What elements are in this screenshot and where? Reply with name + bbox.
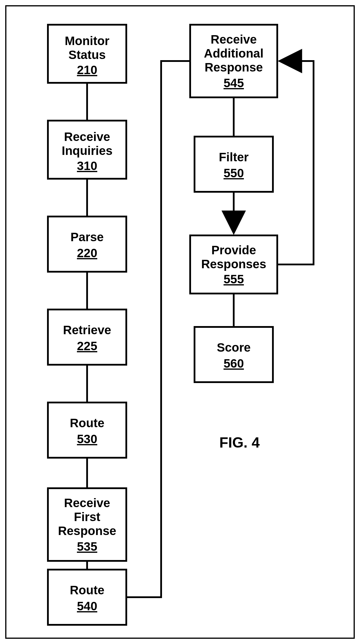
node-route-540: Route 540 xyxy=(48,570,126,625)
node-number: 220 xyxy=(77,246,97,260)
node-receive-additional-response: Receive Additional Response 545 xyxy=(190,25,277,97)
svg-rect-3 xyxy=(48,310,126,365)
svg-rect-4 xyxy=(48,403,126,458)
node-retrieve: Retrieve 225 xyxy=(48,310,126,365)
svg-rect-2 xyxy=(48,217,126,272)
svg-rect-6 xyxy=(48,570,126,625)
node-label: Retrieve xyxy=(63,323,111,337)
node-label: Route xyxy=(70,416,105,430)
node-number: 550 xyxy=(224,166,244,180)
svg-rect-10 xyxy=(195,327,273,382)
node-label: Additional xyxy=(204,46,263,60)
node-number: 210 xyxy=(77,63,97,77)
node-number: 225 xyxy=(77,339,97,353)
node-provide-responses: Provide Responses 555 xyxy=(190,235,277,294)
node-label: Response xyxy=(205,60,263,74)
node-label: Receive xyxy=(211,33,257,46)
node-label: Provide xyxy=(211,243,256,257)
node-parse: Parse 220 xyxy=(48,217,126,272)
node-number: 555 xyxy=(224,272,244,286)
node-receive-first-response: Receive First Response 535 xyxy=(48,488,126,561)
node-label: Route xyxy=(70,583,105,597)
flowchart-canvas: Monitor Status 210 Receive Inquiries 310… xyxy=(0,0,360,644)
node-label: Response xyxy=(58,524,116,538)
node-label: Receive xyxy=(64,130,110,144)
node-label: Responses xyxy=(201,257,266,271)
node-number: 545 xyxy=(224,76,244,90)
node-label: Score xyxy=(217,341,251,354)
edge-540-545 xyxy=(126,61,190,597)
node-number: 560 xyxy=(224,357,244,370)
edge-555-545-loop xyxy=(277,61,314,264)
node-number: 310 xyxy=(77,159,97,173)
svg-rect-8 xyxy=(195,137,273,192)
node-label: Monitor xyxy=(65,34,109,48)
node-label: First xyxy=(74,510,100,524)
node-number: 540 xyxy=(77,599,97,613)
node-receive-inquiries: Receive Inquiries 310 xyxy=(48,121,126,179)
figure-label: FIG. 4 xyxy=(219,434,260,451)
node-score: Score 560 xyxy=(195,327,273,382)
node-monitor-status: Monitor Status 210 xyxy=(48,25,126,83)
node-filter: Filter 550 xyxy=(195,137,273,192)
node-route-530: Route 530 xyxy=(48,403,126,458)
node-number: 535 xyxy=(77,540,97,553)
node-number: 530 xyxy=(77,432,97,446)
node-label: Receive xyxy=(64,496,110,510)
node-label: Parse xyxy=(71,230,104,244)
node-label: Inquiries xyxy=(62,144,112,158)
node-label: Filter xyxy=(219,150,249,164)
node-label: Status xyxy=(69,48,106,62)
